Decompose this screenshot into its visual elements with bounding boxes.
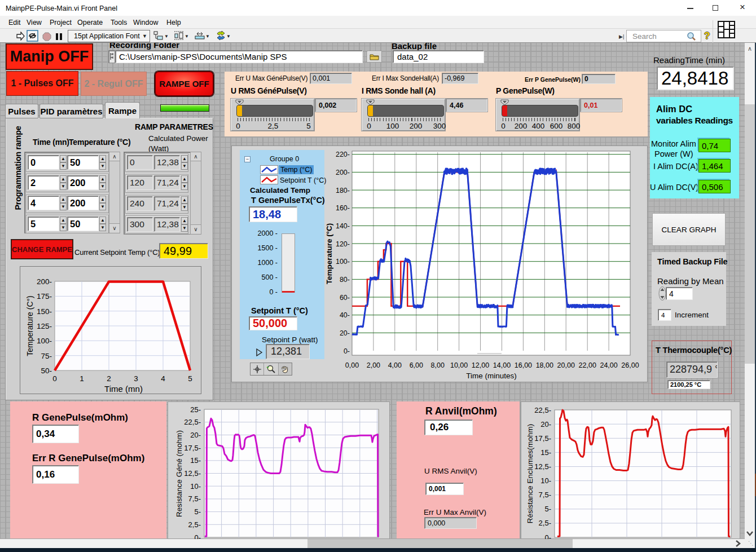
svg-text:5-: 5- — [544, 505, 551, 513]
svg-text:Résistance Enclumes(mohm): Résistance Enclumes(mohm) — [526, 424, 534, 523]
svg-text:22,5-: 22,5- — [534, 406, 551, 414]
svg-text:7,5-: 7,5- — [539, 491, 551, 499]
svg-text:10-: 10- — [540, 476, 551, 485]
svg-text:15-: 15- — [540, 448, 551, 457]
svg-text:17,5-: 17,5- — [534, 434, 551, 443]
svg-text:2,5-: 2,5- — [539, 519, 551, 527]
svg-text:20-: 20- — [540, 420, 551, 429]
svg-text:12,5-: 12,5- — [534, 462, 551, 471]
